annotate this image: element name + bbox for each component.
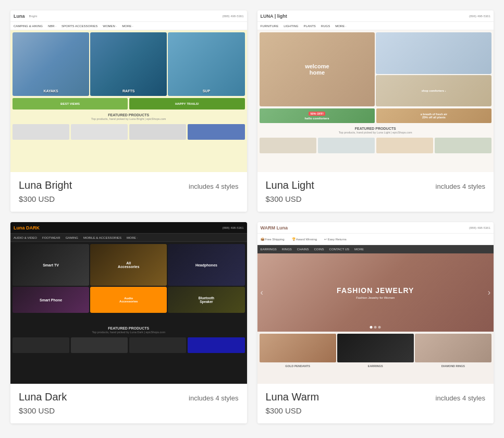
- dark-phone: (888) 498-5361: [222, 226, 243, 229]
- card-image-luna-warm: WARM Luna (888) 498-5361 📦 Free Shipping…: [257, 222, 494, 384]
- dark-product-2: [71, 337, 128, 353]
- warm-thumb-1: [260, 334, 336, 362]
- dark-hero-phone: Smart Phone: [13, 287, 89, 313]
- warm-top-bar: WARM Luna (888) 498-5361: [257, 222, 494, 234]
- warm-product-1: GOLD PENDANTS: [260, 334, 336, 368]
- light-hero-bottom: shop comforters ›: [376, 75, 491, 106]
- light-top-bar: LUNA | light (896) 498-5361: [257, 10, 494, 22]
- light-price: $300 USD: [266, 194, 486, 203]
- warm-phone: (888) 498-5361: [469, 226, 490, 229]
- preview-warm: WARM Luna (888) 498-5361 📦 Free Shipping…: [257, 222, 494, 384]
- dark-product-1: [13, 337, 69, 353]
- warm-price: $300 USD: [266, 406, 486, 415]
- warm-next-arrow[interactable]: ›: [488, 288, 490, 297]
- dark-nav-item: MOBILE & ACCESSORIES: [83, 236, 121, 239]
- bright-price: $300 USD: [19, 194, 239, 203]
- warm-dots: [370, 326, 381, 328]
- dark-nav-item: GAMING: [66, 236, 78, 239]
- light-banner-2: a breath of fresh air25% off all plants: [376, 108, 491, 123]
- card-image-luna-dark: Luna DARK (888) 498-5361 AUDIO & VIDEO F…: [10, 222, 247, 384]
- light-hero-top: [376, 32, 491, 74]
- card-luna-warm[interactable]: WARM Luna (888) 498-5361 📦 Free Shipping…: [257, 222, 494, 423]
- dark-product-3: [129, 337, 186, 353]
- warm-nav: EARRINGS RINGS CHAINS COINS CONTACT US M…: [257, 245, 494, 253]
- light-title-row: Luna Light includes 4 styles: [266, 179, 486, 191]
- light-nav-item: RUGS: [321, 25, 330, 28]
- light-banners: 50% OFF! hello comforters a breath of fr…: [257, 108, 494, 123]
- warm-thumb-3: [415, 334, 491, 362]
- dark-includes: includes 4 styles: [189, 394, 238, 402]
- light-logo: LUNA | light: [261, 14, 287, 19]
- light-nav-item: FURNITURE: [261, 25, 279, 28]
- dark-title-row: Luna Dark includes 4 styles: [19, 391, 239, 403]
- light-nav-item: PLANTS: [304, 25, 316, 28]
- dark-nav-item: FOOTWEAR: [42, 236, 60, 239]
- dark-nav-item: AUDIO & VIDEO: [14, 236, 37, 239]
- bright-nav-item: WOMEN ·: [103, 25, 117, 28]
- dark-hero-audio: AudioAccessories: [90, 287, 167, 313]
- light-product-4: [435, 138, 491, 153]
- light-includes: includes 4 styles: [436, 182, 485, 190]
- warm-dot-1[interactable]: [370, 326, 373, 328]
- preview-dark: Luna DARK (888) 498-5361 AUDIO & VIDEO F…: [10, 222, 247, 384]
- warm-includes: includes 4 styles: [436, 394, 485, 402]
- bright-products: [10, 123, 247, 141]
- warm-label-3: DIAMOND RINGS: [415, 363, 491, 368]
- bright-hero-rafts: RAFTS: [90, 32, 167, 96]
- card-luna-bright[interactable]: Luna Bright (888) 498-5361 CAMPING & HIK…: [10, 10, 247, 212]
- warm-products: GOLD PENDANTS EARRINGS DIAMOND RINGS: [257, 332, 494, 370]
- dark-hero-speaker: BluetoothSpeaker: [168, 287, 244, 313]
- bright-nav-item: NBR ·: [48, 25, 56, 28]
- light-hero-main: welcome home: [260, 32, 375, 106]
- warm-logo: WARM Luna: [261, 225, 288, 230]
- bright-phone: (888) 498-5361: [222, 15, 243, 18]
- bright-hero-kayaks: KAYAKS: [13, 32, 89, 96]
- light-nav: FURNITURE LIGHTING PLANTS RUGS MORE ·: [257, 22, 494, 30]
- bright-logo: Luna: [14, 14, 25, 19]
- warm-hero-title: FASHION JEWELRY: [337, 286, 414, 295]
- light-phone: (896) 498-5361: [469, 15, 490, 18]
- bright-nav-item: CAMPING & HIKING: [14, 25, 43, 28]
- light-title: Luna Light: [266, 179, 314, 191]
- warm-thumb-2: [337, 334, 414, 362]
- bright-title: Luna Bright: [19, 179, 72, 191]
- light-product-1: [260, 138, 316, 153]
- dark-hero-grid: Smart TV AllAccessories Headphones Smart…: [10, 242, 247, 323]
- card-luna-light[interactable]: LUNA | light (896) 498-5361 FURNITURE LI…: [257, 10, 494, 212]
- warm-dot-2[interactable]: [374, 326, 377, 328]
- warm-product-2: EARRINGS: [337, 334, 414, 368]
- warm-title: Luna Warm: [266, 391, 319, 403]
- light-product-2: [318, 138, 375, 153]
- bright-footer: Luna Bright includes 4 styles $300 USD: [10, 172, 247, 212]
- bright-hero-label-sup: SUP: [203, 89, 210, 93]
- bright-banner-trails: HAPPY TRAILS!: [129, 98, 244, 110]
- warm-feature-shipping: 📦 Free Shipping: [261, 237, 285, 241]
- card-luna-dark[interactable]: Luna DARK (888) 498-5361 AUDIO & VIDEO F…: [10, 222, 247, 423]
- warm-nav-item: EARRINGS: [261, 248, 277, 251]
- warm-dot-3[interactable]: [378, 326, 381, 328]
- dark-logo: Luna DARK: [14, 225, 40, 230]
- light-nav-item: LIGHTING: [284, 25, 298, 28]
- dark-top-bar: Luna DARK (888) 498-5361: [10, 222, 247, 234]
- bright-product-4: [188, 124, 244, 140]
- light-nav-item: MORE ·: [335, 25, 346, 28]
- light-product-3: [376, 138, 433, 153]
- dark-hero-accessories: AllAccessories: [90, 244, 167, 286]
- warm-title-row: Luna Warm includes 4 styles: [266, 391, 486, 403]
- warm-prev-arrow[interactable]: ‹: [261, 288, 263, 297]
- bright-nav-item: MORE ·: [122, 25, 133, 28]
- dark-nav: AUDIO & VIDEO FOOTWEAR GAMING MOBILE & A…: [10, 234, 247, 242]
- bright-nav-item: SPORTS ACCESSORIES: [62, 25, 97, 28]
- preview-bright: Luna Bright (888) 498-5361 CAMPING & HIK…: [10, 10, 247, 172]
- warm-nav-item: MORE: [354, 248, 364, 251]
- bright-featured: FEATURED PRODUCTS Top products, hand pic…: [10, 111, 247, 123]
- dark-hero-tv: Smart TV: [13, 244, 89, 286]
- dark-footer: Luna Dark includes 4 styles $300 USD: [10, 384, 247, 423]
- warm-footer: Luna Warm includes 4 styles $300 USD: [257, 384, 494, 423]
- warm-product-3: DIAMOND RINGS: [415, 334, 491, 368]
- warm-nav-item: CONTACT US: [329, 248, 349, 251]
- warm-label-1: GOLD PENDANTS: [260, 363, 336, 368]
- warm-nav-item: CHAINS: [297, 248, 309, 251]
- dark-product-4: [188, 337, 244, 353]
- bright-banner-views: BEST VIEWS: [13, 98, 128, 110]
